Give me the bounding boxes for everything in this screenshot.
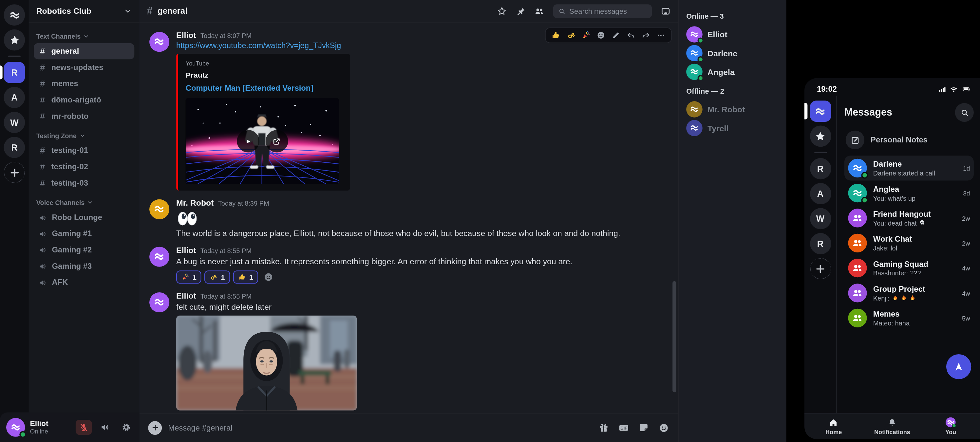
more-actions-button[interactable] xyxy=(656,30,666,40)
member-list-icon[interactable] xyxy=(534,6,544,16)
channel-item-general[interactable]: #general xyxy=(34,43,134,60)
member-row[interactable]: Tyrell xyxy=(686,119,779,138)
add-server-button[interactable] xyxy=(810,258,831,279)
favorites-button[interactable] xyxy=(810,126,831,147)
conversation-row[interactable]: MemesMateo: haha5w xyxy=(845,305,974,330)
embed-title-link[interactable]: Computer Man [Extended Version] xyxy=(186,84,343,93)
app-logo-button[interactable] xyxy=(810,100,831,122)
reply-button[interactable] xyxy=(626,30,636,40)
new-message-fab[interactable] xyxy=(946,354,971,379)
member-row[interactable]: Elliot xyxy=(686,25,779,43)
reaction-pill-thumbsup[interactable]: 1 xyxy=(233,270,258,283)
speaker-icon xyxy=(39,262,47,270)
channel-item-gaming-3[interactable]: Gaming #3 xyxy=(34,258,134,274)
channel-item-robo-lounge[interactable]: Robo Lounge xyxy=(34,209,134,226)
reaction-pill-okhand[interactable]: 1 xyxy=(205,270,230,283)
conversation-row[interactable]: DarleneDarlene started a call1d xyxy=(845,156,974,180)
server-icon-r[interactable]: R xyxy=(3,137,25,158)
mute-microphone-button[interactable] xyxy=(76,420,92,434)
channel-section-header[interactable]: Text Channels xyxy=(37,32,132,40)
channel-section-header[interactable]: Testing Zone xyxy=(37,132,132,140)
thumbs-up-emoji-button[interactable] xyxy=(551,30,561,40)
message-link[interactable]: https://www.youtube.com/watch?v=jeg_TJvk… xyxy=(176,41,350,50)
server-header[interactable]: Robotics Club xyxy=(29,0,140,22)
favorites-button[interactable] xyxy=(3,29,25,51)
play-button[interactable] xyxy=(237,130,259,153)
video-thumbnail[interactable] xyxy=(186,98,339,184)
server-icon-a[interactable]: A xyxy=(3,87,25,108)
settings-button[interactable] xyxy=(118,420,135,434)
avatar[interactable] xyxy=(150,32,169,52)
add-reaction-button[interactable] xyxy=(263,272,274,282)
message-author[interactable]: Elliot xyxy=(176,246,196,255)
nav-item-you[interactable]: You xyxy=(921,413,980,439)
nav-item-notifications[interactable]: Notifications xyxy=(863,413,922,439)
channel-item-mr-roboto[interactable]: #mr-roboto xyxy=(34,108,134,124)
nav-item-home[interactable]: Home xyxy=(805,413,863,439)
ok-hand-emoji-button[interactable] xyxy=(566,30,576,40)
gift-icon[interactable] xyxy=(598,422,609,433)
conversation-row[interactable]: Work ChatJake: lol2w xyxy=(845,231,974,255)
conversation-row[interactable]: AngleaYou: what’s up3d xyxy=(845,180,974,205)
avatar[interactable] xyxy=(150,247,169,267)
nav-label: You xyxy=(945,429,956,436)
reaction-pill-party[interactable]: 1 xyxy=(176,270,201,283)
server-icon-r[interactable]: R xyxy=(3,62,25,83)
channel-item-d-mo-arigat-[interactable]: #dōmo-arigatō xyxy=(34,92,134,108)
screenshot-root: RAWR Robotics Club Text Channels#general… xyxy=(0,0,980,442)
conversation-row[interactable]: Gaming SquadBasshunter: ???4w xyxy=(845,255,974,280)
message-author[interactable]: Elliot xyxy=(176,30,196,40)
add-reaction-button[interactable] xyxy=(596,30,606,40)
avatar[interactable] xyxy=(150,199,169,219)
channel-item-memes[interactable]: #memes xyxy=(34,76,134,92)
favorite-channel-icon[interactable] xyxy=(497,6,507,16)
channel-item-afk[interactable]: AFK xyxy=(34,274,134,291)
server-icon-w[interactable]: W xyxy=(810,208,831,229)
channel-item-news-updates[interactable]: #news-updates xyxy=(34,59,134,76)
message-image[interactable] xyxy=(176,316,357,410)
conversation-row[interactable]: Friend HangoutYou: dead chat2w xyxy=(845,206,974,231)
chat-scrollbar[interactable] xyxy=(673,281,676,393)
channel-item-gaming-2[interactable]: Gaming #2 xyxy=(34,242,134,258)
emoji-picker-icon[interactable] xyxy=(658,422,669,433)
conversation-row[interactable]: Group ProjectKenji:4w xyxy=(845,281,974,305)
server-icon-r[interactable]: R xyxy=(810,233,831,254)
search-box[interactable] xyxy=(553,4,652,17)
gif-picker-icon[interactable] xyxy=(618,422,629,433)
party-popper-emoji-button[interactable] xyxy=(581,30,591,40)
channel-item-gaming-1[interactable]: Gaming #1 xyxy=(34,226,134,242)
app-logo-button[interactable] xyxy=(3,4,25,25)
channel-item-testing-03[interactable]: #testing-03 xyxy=(34,175,134,191)
member-row[interactable]: Mr. Robot xyxy=(686,100,779,119)
open-external-button[interactable] xyxy=(265,130,288,153)
server-icon-w[interactable]: W xyxy=(3,112,25,133)
member-row[interactable]: Angela xyxy=(686,62,779,81)
forward-button[interactable] xyxy=(641,30,651,40)
channel-section-header[interactable]: Voice Channels xyxy=(37,199,132,206)
add-server-button[interactable] xyxy=(3,162,25,183)
personal-notes-item[interactable]: Personal Notes xyxy=(845,130,974,149)
speaker-icon xyxy=(39,246,47,254)
pinned-messages-icon[interactable] xyxy=(515,6,526,16)
message-author[interactable]: Mr. Robot xyxy=(176,198,213,208)
channel-item-testing-01[interactable]: #testing-01 xyxy=(34,142,134,159)
member-row[interactable]: Darlene xyxy=(686,44,779,62)
channel-item-testing-02[interactable]: #testing-02 xyxy=(34,159,134,175)
avatar[interactable] xyxy=(150,293,169,312)
message-author[interactable]: Elliot xyxy=(176,291,196,300)
hash-icon: # xyxy=(147,5,152,16)
server-icon-a[interactable]: A xyxy=(810,183,831,204)
deafen-button[interactable] xyxy=(97,420,113,434)
attach-button[interactable] xyxy=(148,421,162,434)
member-group-label: Offline — 2 xyxy=(686,87,779,95)
message-timestamp: Today at 8:55 PM xyxy=(200,293,251,300)
server-icon-r[interactable]: R xyxy=(810,158,831,180)
message-input[interactable] xyxy=(168,423,592,432)
user-avatar[interactable] xyxy=(6,418,25,436)
panel-toggle-icon[interactable] xyxy=(661,6,671,16)
edit-message-button[interactable] xyxy=(611,30,621,40)
sticker-picker-icon[interactable] xyxy=(638,422,649,433)
search-input[interactable] xyxy=(569,7,647,15)
phone-search-button[interactable] xyxy=(955,103,974,122)
embed-provider: YouTube xyxy=(186,60,343,67)
